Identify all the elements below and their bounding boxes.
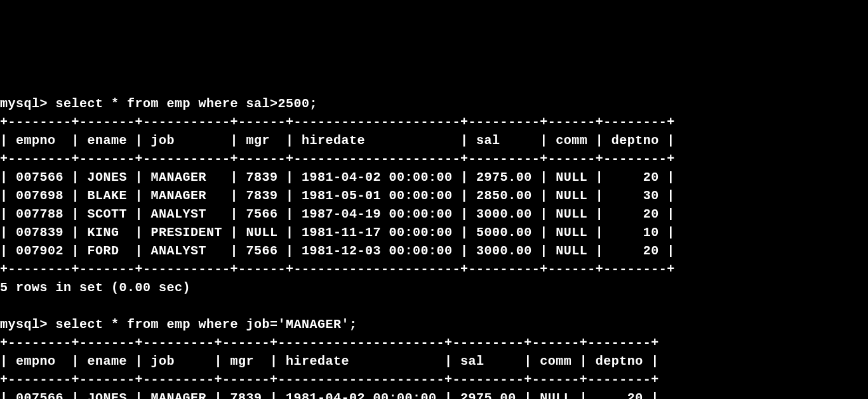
table-header-row: | empno | ename | job | mgr | hiredate |… (0, 133, 675, 148)
table-separator: +--------+-------+-----------+------+---… (0, 115, 675, 129)
table-row: | 007566 | JONES | MANAGER | 7839 | 1981… (0, 170, 675, 185)
table-header-row: | empno | ename | job | mgr | hiredate |… (0, 354, 659, 369)
table-row: | 007698 | BLAKE | MANAGER | 7839 | 1981… (0, 188, 675, 203)
terminal-output: mysql> select * from emp where sal>2500;… (0, 76, 868, 399)
table-row: | 007788 | SCOTT | ANALYST | 7566 | 1987… (0, 207, 675, 221)
table-separator: +--------+-------+---------+------+-----… (0, 372, 659, 387)
table-row: | 007566 | JONES | MANAGER | 7839 | 1981… (0, 391, 659, 399)
table-row: | 007839 | KING | PRESIDENT | NULL | 198… (0, 225, 675, 240)
table-separator: +--------+-------+-----------+------+---… (0, 262, 675, 277)
mysql-prompt-line[interactable]: mysql> select * from emp where sal>2500; (0, 96, 317, 111)
table-separator: +--------+-------+-----------+------+---… (0, 152, 675, 166)
table-separator: +--------+-------+---------+------+-----… (0, 336, 659, 350)
mysql-prompt-line[interactable]: mysql> select * from emp where job='MANA… (0, 317, 357, 332)
table-row: | 007902 | FORD | ANALYST | 7566 | 1981-… (0, 244, 675, 258)
result-footer: 5 rows in set (0.00 sec) (0, 280, 190, 295)
